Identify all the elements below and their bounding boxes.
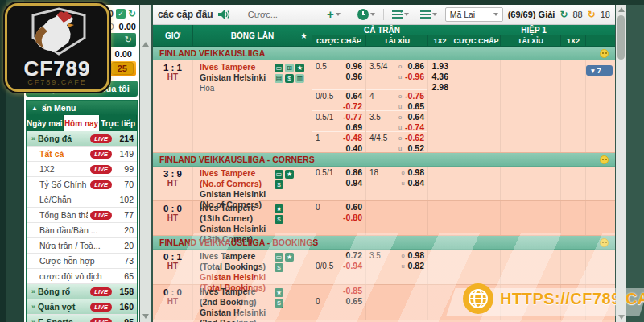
sidebar-item[interactable]: Bàn đầu/Bàn ...20 bbox=[27, 223, 137, 238]
odd-value[interactable]: -0.85 bbox=[343, 286, 362, 296]
star-icon[interactable]: ★ bbox=[300, 31, 308, 40]
sidebar-item[interactable]: Nửa trận / Toà...20 bbox=[27, 238, 137, 254]
grid-icon[interactable]: ⊞ bbox=[285, 64, 294, 72]
star-icon[interactable]: ★ bbox=[285, 253, 294, 262]
cash-icon[interactable]: $ bbox=[275, 263, 283, 272]
sidebar-item[interactable]: Tổng Bàn thắngLIVE77 bbox=[27, 208, 137, 223]
odd-value[interactable]: 0.98 bbox=[408, 250, 424, 261]
league-header[interactable]: FINLAND VEIKKAUSLIIGA - CORNERS bbox=[153, 153, 615, 167]
home-team[interactable]: Ilves Tampere (Total Bookings) bbox=[200, 251, 275, 272]
h1-handicap-header[interactable]: CƯỢC CHẤP bbox=[452, 35, 501, 47]
scroll-up-icon[interactable] bbox=[618, 7, 625, 12]
odd-value[interactable]: 0.86 bbox=[408, 61, 424, 72]
home-team[interactable]: Ilves Tampere (2nd Booking) bbox=[200, 287, 275, 308]
book-icon[interactable]: ▤ bbox=[275, 74, 283, 83]
chart-icon[interactable]: ▥ bbox=[295, 74, 304, 83]
draw-label[interactable]: Hòa bbox=[200, 83, 275, 93]
odd-value[interactable]: 0.84 bbox=[408, 178, 424, 188]
odd-value[interactable]: 1.93 bbox=[432, 61, 448, 72]
star-icon[interactable]: ★ bbox=[295, 64, 304, 72]
sidebar-item[interactable]: »Quần vợtLIVE160 bbox=[27, 299, 137, 315]
odd-value[interactable]: 0.64 bbox=[346, 91, 362, 101]
odd-value[interactable]: 0.69 bbox=[346, 122, 362, 133]
view-mode-button[interactable] bbox=[417, 7, 440, 22]
sidebar-item[interactable]: Cược hỗn hợp73 bbox=[27, 254, 137, 269]
smiley-icon[interactable] bbox=[600, 49, 609, 58]
odd-value[interactable]: -0.77 bbox=[343, 112, 362, 122]
account-check-icon[interactable]: ✓ bbox=[116, 9, 126, 19]
star-icon[interactable]: ★ bbox=[275, 288, 283, 297]
tab-Hôm nay[interactable]: Hôm nay bbox=[64, 115, 101, 131]
odd-value[interactable]: 0.52 bbox=[408, 143, 424, 154]
add-bet-button[interactable]: + bbox=[324, 7, 344, 22]
odd-value[interactable]: 0.82 bbox=[408, 261, 424, 271]
home-team[interactable]: Ilves Tampere (No.of Corners) bbox=[200, 168, 275, 189]
odd-value[interactable]: -0.80 bbox=[343, 213, 362, 223]
away-team[interactable]: Gnistan Helsinki bbox=[200, 72, 275, 83]
league-header[interactable]: FINLAND VEIKKAUSLIIGA bbox=[153, 47, 615, 60]
odd-value[interactable]: 2.98 bbox=[432, 82, 448, 93]
odd-value[interactable]: -0.74 bbox=[405, 122, 424, 133]
smiley-icon[interactable] bbox=[600, 238, 609, 247]
tab-Ngày mai[interactable]: Ngày mai bbox=[27, 115, 64, 131]
cash-icon[interactable]: $ bbox=[275, 215, 283, 224]
sort-button[interactable]: + bbox=[389, 7, 412, 22]
sidebar-item[interactable]: 1X2LIVE99 bbox=[27, 162, 137, 177]
odd-value[interactable]: -0.48 bbox=[343, 133, 362, 143]
odd-value[interactable]: 0.60 bbox=[346, 202, 362, 213]
time-filter-button[interactable] bbox=[354, 7, 378, 22]
odd-value[interactable]: 0.96 bbox=[346, 72, 362, 82]
cash-icon[interactable]: $ bbox=[275, 180, 283, 189]
home-team[interactable]: Ilves Tampere bbox=[200, 62, 275, 72]
odd-value[interactable]: 0.72 bbox=[346, 250, 362, 261]
odd-value[interactable]: -0.62 bbox=[405, 133, 424, 143]
odd-value[interactable]: 0.96 bbox=[346, 61, 362, 72]
tab-Trực tiếp[interactable]: Trực tiếp bbox=[100, 115, 137, 131]
odd-value[interactable]: 4.36 bbox=[432, 72, 448, 82]
scroll-thumb[interactable] bbox=[617, 15, 625, 60]
sidebar-item[interactable]: Tất cảLIVE149 bbox=[27, 147, 137, 162]
ft-handicap-header[interactable]: CƯỢC CHẤP bbox=[312, 35, 366, 47]
hide-menu-button[interactable]: ▲ ẩn Menu bbox=[27, 101, 137, 115]
star-icon[interactable]: ★ bbox=[275, 204, 283, 213]
tv-icon[interactable]: ▭ bbox=[275, 253, 283, 262]
refresh-orange-icon[interactable]: ↻ bbox=[588, 9, 596, 20]
odd-value[interactable]: 0.40 bbox=[346, 143, 362, 154]
odd-value[interactable]: -0.96 bbox=[405, 72, 424, 82]
odd-value[interactable]: 0.86 bbox=[346, 167, 362, 178]
sidebar-item[interactable]: »Bóng rổLIVE158 bbox=[27, 284, 137, 299]
main-scrollbar[interactable] bbox=[616, 5, 626, 322]
wallet-refresh-icon[interactable]: ↻ bbox=[125, 35, 132, 45]
scroll-down-icon[interactable] bbox=[142, 314, 149, 319]
odd-value[interactable]: 0.64 bbox=[408, 112, 424, 122]
sidebar-scrollbar[interactable] bbox=[140, 5, 151, 322]
more-bets-badge[interactable]: ▾ 7 bbox=[586, 65, 613, 76]
col-time-header[interactable]: GIỜ bbox=[153, 25, 193, 47]
sidebar-item[interactable]: Tỷ Số Chính XácLIVE70 bbox=[27, 177, 137, 192]
odd-value[interactable]: 0.65 bbox=[408, 101, 424, 112]
account-refresh-icon[interactable]: ↻ bbox=[128, 9, 136, 19]
odd-value[interactable]: -0.75 bbox=[405, 91, 424, 101]
tv-icon[interactable]: ▭ bbox=[275, 170, 283, 179]
odd-value[interactable]: 0.94 bbox=[346, 178, 362, 188]
ft-1x2-header[interactable]: 1X2 bbox=[428, 35, 452, 47]
odds-format-select[interactable]: Mã Lai bbox=[445, 7, 503, 22]
smiley-icon[interactable] bbox=[600, 155, 609, 164]
h1-1x2-header[interactable]: 1X2 bbox=[561, 35, 586, 47]
h1-overunder-header[interactable]: TÀI XỈU bbox=[501, 35, 561, 47]
odd-value[interactable]: -0.94 bbox=[343, 261, 362, 271]
odd-value[interactable]: 0.98 bbox=[408, 167, 424, 178]
away-team[interactable]: Gnistan Helsinki (2nd Booking) bbox=[200, 308, 275, 322]
odd-value[interactable]: -0.72 bbox=[343, 101, 362, 112]
sidebar-item[interactable]: »Bóng đáLIVE214 bbox=[27, 131, 137, 147]
league-header[interactable]: FINLAND VEIKKAUSLIIGA - BOOKINGS bbox=[153, 236, 615, 250]
cash-icon[interactable]: $ bbox=[285, 74, 294, 83]
col-running-header[interactable]: BÓNG LĂN★ bbox=[193, 25, 312, 47]
sidebar-item[interactable]: »E-SportsLIVE95 bbox=[27, 315, 137, 322]
promo-count-badge[interactable]: 25 bbox=[111, 62, 134, 75]
home-team[interactable]: Ilves Tampere (13th Corner) bbox=[200, 203, 275, 224]
sidebar-item[interactable]: cược đội vô địch65 bbox=[27, 269, 137, 284]
ft-overunder-header[interactable]: TÀI XỈU bbox=[366, 35, 428, 47]
scroll-down-icon[interactable] bbox=[618, 315, 625, 320]
tv-icon[interactable]: ▭ bbox=[275, 64, 283, 72]
